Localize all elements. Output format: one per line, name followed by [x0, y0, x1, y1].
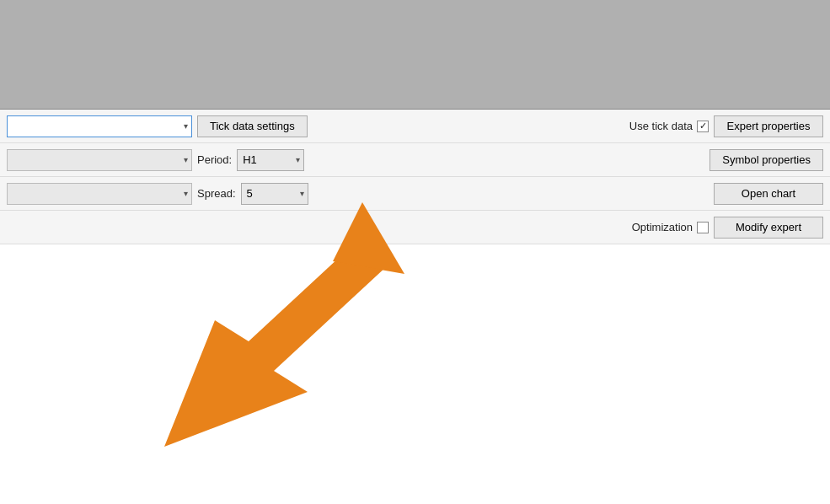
optimization-checkbox[interactable] — [697, 222, 709, 233]
row-4: Optimization Modify expert — [0, 211, 830, 244]
expert-properties-button[interactable]: Expert properties — [714, 115, 823, 137]
form-rows: ▾ Tick data settings Use tick data Exper… — [0, 110, 830, 244]
left-select-1-wrapper[interactable]: ▾ — [7, 115, 192, 137]
period-select[interactable]: M1 M5 M15 M30 H1 H4 D1 W1 MN — [237, 149, 304, 171]
left-select-3[interactable] — [7, 183, 192, 205]
use-tick-checkbox[interactable] — [697, 121, 709, 132]
period-label: Period: — [197, 153, 232, 166]
symbol-properties-button[interactable]: Symbol properties — [710, 149, 823, 171]
optimization-area: Optimization — [632, 221, 709, 233]
row-1: ▾ Tick data settings Use tick data Exper… — [0, 110, 830, 143]
optimization-label: Optimization — [632, 221, 693, 233]
left-select-2[interactable] — [7, 149, 192, 171]
tick-data-settings-button[interactable]: Tick data settings — [197, 115, 308, 137]
spread-select-wrapper[interactable]: 0 1 2 3 4 5 10 20 ▾ — [241, 183, 308, 205]
row-3: ▾ Spread: 0 1 2 3 4 5 10 20 — [0, 177, 830, 211]
left-select-3-wrapper[interactable]: ▾ — [7, 183, 192, 205]
left-select-2-wrapper[interactable]: ▾ — [7, 149, 192, 171]
bottom-area — [0, 244, 830, 480]
left-select-1[interactable] — [7, 115, 192, 137]
spread-select[interactable]: 0 1 2 3 4 5 10 20 — [241, 183, 308, 205]
spread-label: Spread: — [197, 187, 236, 200]
row-2: ▾ Period: M1 M5 M15 M30 H1 H4 D1 W1 — [0, 143, 830, 177]
top-gray-area — [0, 0, 830, 110]
use-tick-label: Use tick data — [629, 120, 693, 132]
open-chart-button[interactable]: Open chart — [714, 183, 823, 205]
period-select-wrapper[interactable]: M1 M5 M15 M30 H1 H4 D1 W1 MN ▾ — [237, 149, 304, 171]
use-tick-area: Use tick data — [629, 120, 709, 132]
modify-expert-button[interactable]: Modify expert — [714, 217, 823, 239]
